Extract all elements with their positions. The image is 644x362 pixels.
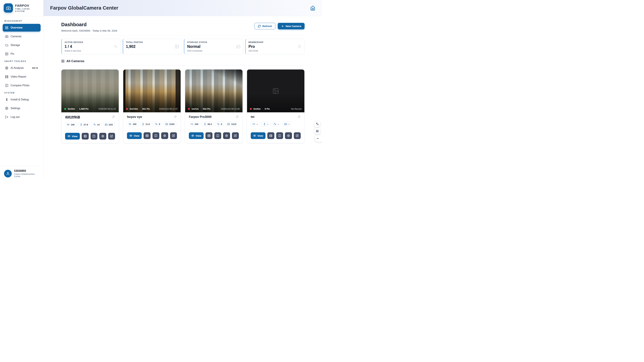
- paperclip-icon[interactable]: [112, 115, 115, 118]
- ai-assistant-button[interactable]: [314, 135, 322, 142]
- user-box[interactable]: 53026893 Farpov GlobalCamera Center: [0, 166, 43, 181]
- camera-settings-button[interactable]: [223, 132, 230, 139]
- camera-thumbnail[interactable]: 5m/5m · 0 Pic No Record: [247, 70, 304, 112]
- compare-button[interactable]: [276, 132, 283, 139]
- sidebar-item-install-debug[interactable]: Install & Debug: [3, 96, 40, 103]
- compare-button[interactable]: [90, 133, 98, 139]
- top-header: Farpov GlobalCamera Center: [44, 0, 322, 16]
- status-dot: [188, 108, 190, 110]
- paperclip-icon[interactable]: [174, 115, 177, 118]
- logout-icon: [5, 115, 8, 119]
- video-report-button[interactable]: [267, 132, 274, 139]
- photo-count: 1,089 Pic: [79, 108, 89, 110]
- hard-drive-icon: [165, 123, 168, 125]
- columns-icon: [92, 135, 96, 138]
- status-dot: [64, 108, 66, 110]
- camera-thumbnail[interactable]: 5m/15m · 261 Pic 2026/1/23 09:12:37: [123, 70, 180, 112]
- sidebar-item-label: Video Report: [10, 75, 26, 78]
- stat-card-storage-status: STORAGE STATUS Normal OSS Connected: [184, 39, 243, 54]
- film-icon: [84, 135, 87, 138]
- battery-icon: [191, 123, 193, 125]
- sidebar-item-settings[interactable]: Settings: [3, 104, 40, 112]
- thumbnail-overlay: 1m/1m · 552 Pic 2026/1/23 09:13:48: [185, 105, 242, 112]
- paperclip-icon[interactable]: [236, 115, 239, 118]
- refresh-icon: [258, 25, 261, 28]
- edit-button[interactable]: [108, 133, 115, 139]
- telemetry-chips: 100 27.9 14 22G: [65, 122, 115, 127]
- compare-button[interactable]: [214, 132, 221, 139]
- stat-sub: OSS Connected: [187, 50, 240, 52]
- video-report-button[interactable]: [82, 133, 89, 139]
- video-report-button[interactable]: [206, 132, 212, 139]
- translate-button[interactable]: [314, 121, 320, 127]
- battery-chip: 100: [189, 122, 200, 127]
- view-button[interactable]: View: [189, 132, 204, 139]
- separator: ·: [262, 108, 263, 110]
- sidebar: FARPOV TIME-LAPSE SYSTEM MANAGEMENT Over…: [0, 0, 44, 181]
- camera-thumbnail[interactable]: 5m/5m · 1,089 Pic 2026/3/6 08:41:20: [62, 70, 119, 112]
- view-button[interactable]: View: [251, 132, 266, 139]
- layout-grid-icon: [61, 59, 64, 63]
- signal-chip: --: [272, 122, 281, 127]
- view-button[interactable]: View: [65, 133, 80, 139]
- stat-card-active-devices: ACTIVE DEVICES 1 / 4 Active in last hour: [61, 39, 121, 54]
- user-name: 53026893: [14, 169, 39, 172]
- hard-drive-icon: [284, 123, 287, 125]
- video-report-button[interactable]: [144, 132, 150, 139]
- home-icon: [310, 6, 315, 11]
- bluetooth-icon: [5, 98, 8, 101]
- edit-button[interactable]: [294, 132, 301, 139]
- brand-name: FARPOV: [15, 4, 30, 8]
- photo-count: 552 Pic: [203, 108, 211, 110]
- stat-value: Pro: [248, 44, 302, 49]
- camera-name-row: tet: [251, 115, 301, 119]
- sidebar-item-compare-photo[interactable]: Compare Photo: [3, 82, 40, 89]
- gear-icon: [163, 134, 166, 137]
- film-icon: [146, 134, 148, 137]
- capture-schedule: 5m/5m: [254, 108, 260, 110]
- apps-button[interactable]: [314, 128, 320, 134]
- sidebar-item-overview[interactable]: Overview: [3, 24, 40, 32]
- camera-actions: View: [127, 132, 177, 139]
- home-button[interactable]: [310, 6, 315, 11]
- stat-value: 1,902: [126, 44, 179, 49]
- brand-camera-logo[interactable]: [4, 3, 13, 13]
- signal-chip: 0: [153, 122, 162, 127]
- gear-icon: [287, 134, 290, 137]
- view-button[interactable]: View: [127, 132, 142, 139]
- camera-settings-button[interactable]: [285, 132, 292, 139]
- paperclip-icon[interactable]: [298, 115, 301, 118]
- header-title: Farpov GlobalCamera Center: [50, 5, 118, 11]
- brand-tagline-2: SYSTEM: [15, 10, 30, 12]
- edit-button[interactable]: [170, 132, 177, 139]
- sidebar-item-logout[interactable]: Log out: [3, 113, 40, 121]
- hard-drive-icon: [236, 44, 240, 49]
- last-capture-time: No Record: [291, 108, 302, 110]
- user-info: 53026893 Farpov GlobalCamera Center: [14, 169, 39, 178]
- camera-card-body: Farpov Pro3000 100 38.4 0 111G: [185, 112, 242, 142]
- new-camera-button[interactable]: New Camera: [278, 23, 304, 29]
- sidebar-item-ai-analysis[interactable]: AI Analysis BETA: [3, 64, 40, 72]
- layout-grid-icon: [5, 26, 8, 29]
- camera-settings-button[interactable]: [161, 132, 168, 139]
- sidebar-item-storage[interactable]: Storage: [3, 41, 40, 49]
- sidebar-item-label: Settings: [10, 107, 20, 110]
- refresh-button[interactable]: Refresh: [254, 23, 276, 29]
- sidebar-item-video-report[interactable]: Video Report: [3, 73, 40, 81]
- sidebar-item-cameras[interactable]: Cameras: [3, 33, 40, 40]
- edit-button[interactable]: [232, 132, 239, 139]
- camera-settings-button[interactable]: [99, 133, 106, 139]
- separator: ·: [77, 108, 78, 110]
- compare-button[interactable]: [152, 132, 160, 139]
- user-icon: [297, 44, 302, 49]
- camera-name-row: 相机控制器: [65, 115, 115, 119]
- separator: ·: [200, 108, 201, 110]
- sidebar-item-label: AI Analysis: [10, 67, 24, 70]
- status-dot: [250, 108, 252, 110]
- activity-icon: [114, 44, 118, 49]
- sidebar-item-pic[interactable]: Pic: [3, 50, 40, 58]
- stat-label: STORAGE STATUS: [187, 41, 240, 44]
- camera-thumbnail[interactable]: 1m/1m · 552 Pic 2026/1/23 09:13:48: [185, 70, 242, 112]
- columns-icon: [5, 84, 8, 87]
- battery-charging-icon: [67, 123, 70, 126]
